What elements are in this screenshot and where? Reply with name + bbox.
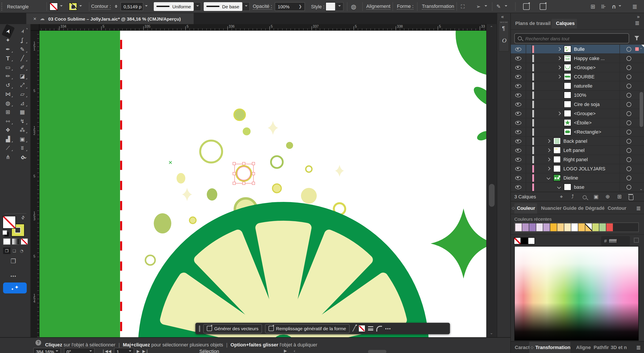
tab-3d-materiaux[interactable]: 3D et n bbox=[611, 345, 627, 350]
layer-thumbnail[interactable] bbox=[553, 174, 561, 181]
layer-row-base[interactable]: base bbox=[511, 183, 644, 192]
locate-object-icon[interactable]: ⌖ bbox=[560, 194, 563, 199]
tool-line[interactable]: ╱ bbox=[16, 54, 28, 63]
layer-row-groupe-2[interactable]: <Groupe> bbox=[511, 109, 644, 118]
tab-pathfinder[interactable]: Pathfir bbox=[594, 345, 609, 350]
layer-name[interactable]: Dieline bbox=[564, 175, 578, 180]
green-star-sparkle[interactable] bbox=[431, 208, 486, 278]
default-fill-stroke-icon[interactable] bbox=[3, 230, 7, 235]
layer-row-rectangle[interactable]: <Rectangle> bbox=[511, 128, 644, 137]
layer-thumbnail[interactable] bbox=[564, 184, 571, 190]
panel-menu-icon[interactable]: ≣ bbox=[635, 20, 640, 26]
magnet-dropdown-icon[interactable] bbox=[618, 5, 621, 8]
layer-name[interactable]: 100% bbox=[574, 92, 586, 98]
hscroll-thumb[interactable] bbox=[368, 350, 386, 353]
arrange-grid-icon[interactable]: ⊞ bbox=[590, 4, 595, 9]
layer-row-bulle[interactable]: Bulle bbox=[511, 45, 644, 54]
selection-handle-s[interactable] bbox=[242, 182, 245, 185]
layer-thumbnail[interactable] bbox=[564, 119, 571, 126]
layer-row-dieline[interactable]: Dieline bbox=[511, 174, 644, 183]
layer-name[interactable]: naturelle bbox=[574, 83, 592, 88]
recolor-wand-icon[interactable]: ╱✦ bbox=[353, 326, 356, 332]
list-scroll-thumb[interactable] bbox=[640, 92, 643, 127]
isolate-object-icon[interactable]: ⛶ bbox=[461, 4, 464, 9]
style-swatch[interactable] bbox=[326, 2, 336, 11]
layer-row-happy-cake[interactable]: Happy cake ... bbox=[511, 54, 644, 63]
stroke-dropdown-icon[interactable] bbox=[79, 5, 82, 8]
collect-for-export-icon[interactable]: ⤴ bbox=[571, 194, 574, 199]
stroke-weight-dropdown-icon[interactable] bbox=[145, 5, 148, 8]
zoom-level-select[interactable]: 384.16% bbox=[33, 348, 61, 353]
none-chip[interactable] bbox=[514, 238, 521, 244]
tool-eyedropper[interactable]: ↯ bbox=[16, 116, 28, 126]
swap-fill-stroke-icon[interactable]: ⇄ bbox=[20, 214, 26, 220]
tool-width[interactable]: ⋈ bbox=[2, 90, 14, 98]
layer-row-right-panel[interactable]: Right panel bbox=[511, 155, 644, 164]
fill-none-chip[interactable] bbox=[359, 326, 365, 332]
ruler-corner[interactable] bbox=[31, 24, 40, 31]
layer-thumbnail[interactable] bbox=[553, 138, 561, 144]
draw-inside-button[interactable]: ◔ bbox=[18, 248, 26, 254]
target-circle-icon[interactable] bbox=[626, 176, 631, 180]
selection-handle-e[interactable] bbox=[252, 172, 255, 175]
draw-normal-button[interactable]: ❐ bbox=[3, 248, 10, 254]
artboard-canvas[interactable]: Générer des vecteurs Remplissage générat… bbox=[40, 31, 486, 337]
taskbar-more-icon[interactable]: ••• bbox=[385, 326, 391, 331]
tool-print-tiling[interactable]: ⋔ bbox=[2, 152, 14, 162]
select-similar-dropdown-icon[interactable] bbox=[484, 5, 487, 8]
layer-name[interactable]: Right panel bbox=[564, 157, 588, 162]
target-circle-icon[interactable] bbox=[626, 93, 631, 98]
collapse-chevron-icon[interactable] bbox=[557, 185, 561, 189]
paragraph-panel-icon[interactable]: ¶ bbox=[502, 25, 505, 32]
green-blob[interactable] bbox=[456, 31, 486, 76]
layer-name[interactable]: Happy cake ... bbox=[574, 56, 605, 61]
layer-thumbnail[interactable] bbox=[564, 55, 571, 62]
screen-mode-icon[interactable]: ❐ bbox=[10, 258, 16, 264]
swatch[interactable] bbox=[536, 223, 543, 231]
generative-fill-icon[interactable] bbox=[540, 3, 546, 10]
target-circle-icon[interactable] bbox=[626, 56, 631, 61]
generate-vectors-icon[interactable] bbox=[523, 3, 530, 10]
scroll-down-icon[interactable]: ⌄ bbox=[490, 331, 493, 335]
swatch-gradient[interactable] bbox=[585, 223, 592, 231]
tab-nuancier[interactable]: Nuancier bbox=[541, 206, 562, 211]
hex-field[interactable]: # ffffff bbox=[601, 236, 630, 246]
target-circle-icon[interactable] bbox=[626, 130, 631, 134]
color-button[interactable] bbox=[3, 238, 10, 245]
width-profile-select[interactable]: Uniforme bbox=[154, 2, 194, 11]
expand-chevron-icon[interactable] bbox=[547, 158, 550, 162]
layer-thumbnail[interactable] bbox=[564, 82, 571, 89]
tool-column-graph[interactable]: ▟ bbox=[2, 134, 14, 144]
tool-slice[interactable]: ⟋ bbox=[2, 144, 14, 152]
scroll-up-icon[interactable]: ⌃ bbox=[490, 26, 493, 30]
tool-artboard[interactable]: ▣ bbox=[16, 134, 28, 144]
tab-plans-de-travail[interactable]: Plans de travail bbox=[515, 20, 550, 26]
hscroll-left-icon[interactable]: ‹ bbox=[294, 348, 296, 353]
layer-row-logo-jollyjars[interactable]: LOGO JOLLYJARS bbox=[511, 164, 644, 174]
green-leaf[interactable] bbox=[471, 84, 486, 109]
selection-handle-n[interactable] bbox=[242, 162, 245, 165]
next-artboard-icon[interactable]: ▶ bbox=[137, 349, 140, 353]
layer-thumbnail[interactable] bbox=[564, 110, 571, 117]
generative-shape-fill-button[interactable]: Remplissage génératif de la forme bbox=[265, 324, 350, 333]
layer-name[interactable]: LOGO JOLLYJARS bbox=[564, 166, 606, 171]
brush-dropdown[interactable] bbox=[242, 2, 250, 11]
bottom-tabs-menu-icon[interactable]: ≣ bbox=[636, 345, 641, 350]
tab-guide-de[interactable]: Guide de bbox=[563, 206, 584, 211]
color-spectrum-picker[interactable] bbox=[514, 246, 639, 341]
fill-color-swatch[interactable] bbox=[50, 2, 58, 10]
tool-scale[interactable]: ⤢ bbox=[16, 80, 28, 90]
target-circle-icon[interactable] bbox=[626, 184, 631, 190]
swatch[interactable] bbox=[599, 223, 606, 231]
layer-name[interactable]: <Rectangle> bbox=[574, 129, 601, 134]
style-dropdown[interactable] bbox=[336, 2, 344, 11]
target-circle-icon[interactable] bbox=[626, 84, 631, 88]
layer-thumbnail[interactable] bbox=[564, 128, 571, 135]
layer-name[interactable]: Left panel bbox=[564, 148, 585, 153]
swatch[interactable] bbox=[550, 223, 557, 231]
corner-radius-icon[interactable] bbox=[376, 326, 382, 331]
stroke-color-swatch[interactable] bbox=[69, 2, 77, 10]
layer-thumbnail[interactable] bbox=[564, 73, 571, 80]
target-circle-icon[interactable] bbox=[626, 74, 631, 79]
layer-row-back-panel[interactable]: Back panel bbox=[511, 137, 644, 146]
